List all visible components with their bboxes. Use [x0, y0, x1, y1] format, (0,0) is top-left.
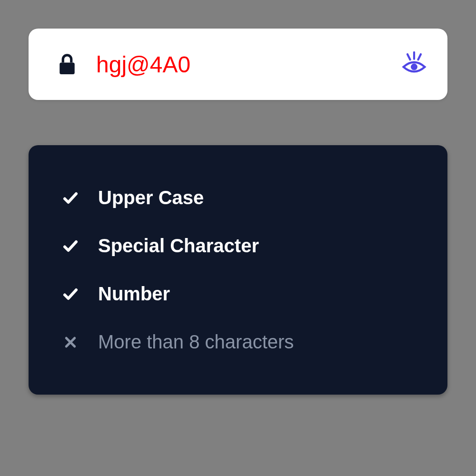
check-icon [62, 286, 79, 303]
svg-rect-0 [60, 63, 75, 75]
password-input[interactable] [96, 51, 381, 78]
rule-label: Special Character [98, 235, 259, 257]
rule-label: More than 8 characters [98, 331, 294, 353]
check-icon [62, 238, 79, 255]
eye-toggle-icon[interactable] [400, 50, 428, 79]
rule-upper-case: Upper Case [62, 174, 414, 222]
password-rules-panel: Upper Case Special Character Number More… [29, 145, 447, 395]
password-input-container [29, 29, 447, 100]
rule-number: Number [62, 270, 414, 318]
lock-icon [57, 52, 77, 76]
svg-point-4 [411, 64, 417, 70]
rule-label: Upper Case [98, 187, 204, 208]
svg-line-2 [407, 54, 410, 60]
rule-special-character: Special Character [62, 222, 414, 270]
check-icon [62, 189, 79, 207]
rule-more-than-8: More than 8 characters [62, 318, 414, 366]
rule-label: Number [98, 283, 170, 305]
x-icon [62, 334, 79, 351]
svg-line-3 [418, 54, 421, 60]
